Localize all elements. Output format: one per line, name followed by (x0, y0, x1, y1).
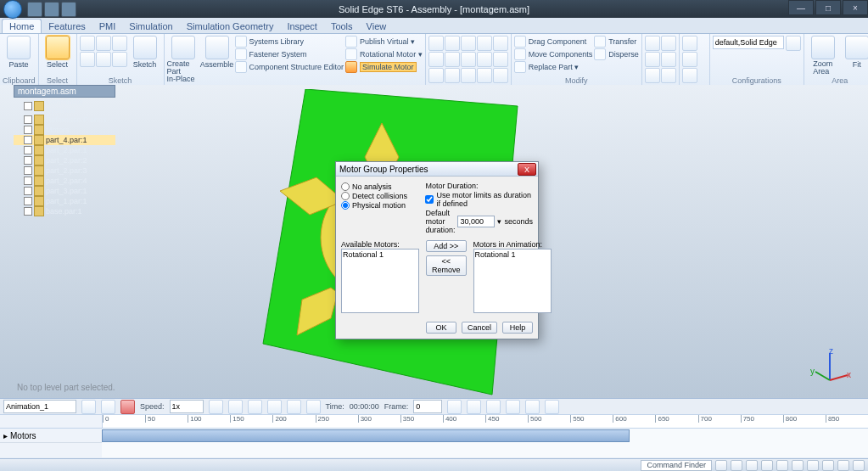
qat-undo-icon[interactable] (44, 2, 59, 17)
facerel-icon[interactable] (645, 52, 660, 67)
tab-inspect[interactable]: Inspect (280, 20, 323, 33)
tree-part[interactable]: base.par:1 (14, 206, 115, 216)
status-icon[interactable] (822, 460, 834, 471)
tree-motors[interactable]: Motors (14, 125, 115, 135)
maximize-button[interactable]: □ (815, 0, 841, 15)
step-fwd-icon[interactable] (287, 400, 301, 414)
frame-field[interactable]: 0 (413, 400, 442, 413)
checkbox-icon[interactable] (24, 102, 32, 110)
status-icon[interactable] (792, 460, 804, 471)
pattern-icon[interactable] (682, 36, 697, 51)
checkbox-icon[interactable] (24, 207, 32, 216)
publish-virtual-button[interactable]: Publish Virtual ▾ (345, 36, 423, 48)
timeline-save-icon[interactable] (81, 400, 96, 414)
relate-icon[interactable] (445, 52, 460, 67)
relate-icon[interactable] (461, 52, 476, 67)
relate-icon[interactable] (445, 68, 460, 83)
motor-track-bar[interactable] (102, 429, 630, 442)
cse-button[interactable]: Component Structure Editor (235, 61, 344, 73)
checkbox-icon[interactable] (24, 115, 32, 124)
add-button[interactable]: Add >> (426, 240, 467, 252)
command-finder[interactable]: Command Finder (641, 460, 712, 471)
tree-part[interactable]: part_4.par:1 (14, 135, 115, 145)
help-button[interactable]: Help (502, 322, 533, 334)
relate-icon[interactable] (461, 36, 476, 51)
fastener-system-button[interactable]: Fastener System (235, 48, 344, 60)
status-icon[interactable] (776, 460, 788, 471)
minimize-button[interactable]: — (788, 0, 814, 15)
relate-icon[interactable] (477, 52, 492, 67)
sketch-circle-icon[interactable] (112, 36, 127, 51)
status-icon[interactable] (837, 460, 849, 471)
pattern-icon[interactable] (682, 52, 697, 67)
qat-redo-icon[interactable] (61, 2, 76, 17)
rotational-motor-button[interactable]: Rotational Motor ▾ (345, 48, 423, 60)
tab-view[interactable]: View (360, 20, 394, 33)
timeline-tool-icon[interactable] (545, 400, 559, 414)
config-combo[interactable]: default,Solid Edge (713, 36, 784, 49)
facerel-icon[interactable] (661, 36, 676, 51)
facerel-icon[interactable] (661, 68, 676, 83)
drag-component-button[interactable]: Drag Component (514, 36, 593, 48)
tree-part[interactable]: part_1.par:1 (14, 196, 115, 206)
close-button[interactable]: × (843, 0, 868, 15)
timeline-tool-icon[interactable] (486, 400, 501, 414)
transfer-button[interactable]: Transfer (594, 36, 639, 48)
status-icon[interactable] (761, 460, 773, 471)
animation-combo[interactable]: Animation_1 (3, 400, 76, 413)
checkbox-icon[interactable] (24, 156, 32, 165)
relate-icon[interactable] (445, 36, 460, 51)
timeline-tool-icon[interactable] (525, 400, 540, 414)
tab-simulation[interactable]: Simulation (122, 20, 179, 33)
relate-icon[interactable] (477, 36, 492, 51)
app-menu-icon[interactable] (3, 0, 22, 19)
checkbox-icon[interactable] (24, 187, 32, 195)
tree-part[interactable]: part_2.par:1 (14, 145, 115, 155)
facerel-icon[interactable] (645, 68, 660, 83)
remove-button[interactable]: << Remove (426, 255, 467, 276)
tree-refplanes[interactable]: Reference Planes (14, 115, 115, 125)
relate-icon[interactable] (428, 52, 444, 67)
sketch-line-icon[interactable] (80, 36, 95, 51)
replace-part-button[interactable]: Replace Part ▾ (514, 61, 593, 73)
timeline-ruler[interactable]: 0501001502002503003504004505005506006507… (103, 415, 868, 429)
select-button[interactable]: Select (42, 36, 74, 69)
list-item[interactable]: Rotational 1 (475, 250, 550, 259)
cancel-button[interactable]: Cancel (462, 322, 497, 334)
relate-icon[interactable] (477, 68, 492, 83)
tree-part[interactable]: part_2.par:3 (14, 165, 115, 176)
systems-library-button[interactable]: Systems Library (235, 36, 344, 48)
radio-physical-motion[interactable]: Physical motion (341, 201, 418, 210)
tab-features[interactable]: Features (42, 20, 92, 33)
relate-icon[interactable] (493, 52, 508, 67)
timeline-opts-icon[interactable] (101, 400, 115, 414)
facerel-icon[interactable] (645, 36, 660, 51)
checkbox-icon[interactable] (24, 197, 32, 205)
qat-save-icon[interactable] (27, 2, 42, 17)
sketch-rect-icon[interactable] (96, 36, 111, 51)
dialog-close-button[interactable]: X (518, 163, 536, 176)
track-area[interactable] (102, 429, 868, 457)
config-more-icon[interactable] (786, 36, 801, 51)
track-motors[interactable]: ▸Motors (0, 429, 102, 443)
radio-no-analysis[interactable]: No analysis (341, 182, 418, 191)
tab-simgeom[interactable]: Simulation Geometry (180, 20, 281, 33)
timeline-tool-icon[interactable] (447, 400, 462, 414)
tree-coord-systems[interactable]: Coordinate Systems (14, 98, 115, 115)
assemble-button[interactable]: Assemble (201, 36, 233, 69)
tab-home[interactable]: Home (2, 19, 42, 33)
disperse-button[interactable]: Disperse (594, 48, 639, 60)
checkbox-icon[interactable] (24, 126, 32, 134)
status-icon[interactable] (807, 460, 819, 471)
duration-input[interactable] (457, 216, 495, 227)
checkbox-icon[interactable] (24, 177, 32, 185)
checkbox-icon[interactable] (24, 146, 32, 154)
move-components-button[interactable]: Move Components (514, 48, 593, 60)
timeline-delete-icon[interactable] (120, 400, 135, 414)
available-motors-list[interactable]: Rotational 1 (341, 249, 419, 313)
dialog-titlebar[interactable]: Motor Group Properties X (336, 162, 538, 177)
speed-combo[interactable]: 1x (170, 400, 204, 413)
tab-tools[interactable]: Tools (324, 20, 360, 33)
list-item[interactable]: Rotational 1 (343, 250, 417, 259)
relate-icon[interactable] (461, 68, 476, 83)
